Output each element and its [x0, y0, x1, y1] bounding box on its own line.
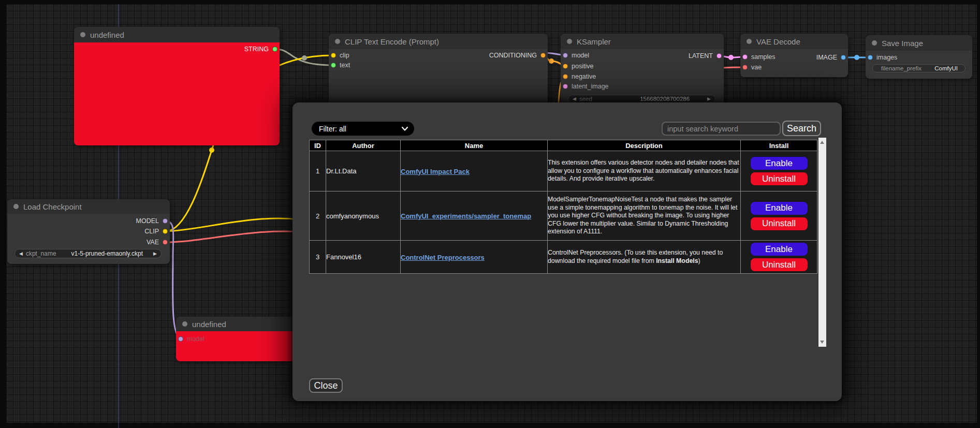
vae-output-port[interactable] — [163, 240, 168, 245]
enable-button[interactable]: Enable — [750, 156, 808, 170]
images-input-port[interactable] — [868, 55, 873, 60]
input-slot-model[interactable]: model — [563, 50, 589, 61]
widget-left-arrow-icon[interactable]: ◀ — [19, 251, 23, 256]
cell-author: Dr.Lt.Data — [326, 151, 401, 191]
image-output-port[interactable] — [841, 55, 846, 60]
node-title: VAE Decode — [756, 37, 800, 46]
collapse-dot-icon[interactable] — [13, 204, 19, 209]
extension-link[interactable]: ComfyUI Impact Pack — [401, 168, 470, 175]
collapse-dot-icon[interactable] — [182, 321, 187, 327]
col-header-author: Author — [326, 140, 401, 151]
cell-install: Enable Uninstall — [741, 241, 817, 274]
clip-output-port[interactable] — [163, 229, 168, 234]
node-title-bar[interactable]: VAE Decode — [740, 34, 848, 49]
string-output-port[interactable] — [272, 47, 277, 52]
search-input[interactable] — [662, 122, 781, 136]
widget-right-arrow-icon[interactable]: ▶ — [707, 96, 711, 101]
output-slot-image[interactable]: IMAGE — [816, 52, 846, 63]
node-title-bar[interactable]: Load Checkpoint — [7, 199, 170, 214]
uninstall-button[interactable]: Uninstall — [750, 258, 808, 272]
filter-value: Filter: all — [319, 125, 346, 133]
node-title-bar[interactable]: CLIP Text Encode (Prompt) — [329, 34, 548, 49]
input-slot-negative[interactable]: negative — [563, 71, 596, 82]
output-slot-vae[interactable]: VAE — [147, 237, 168, 247]
cell-id: 1 — [310, 151, 326, 191]
model-input-port[interactable] — [563, 53, 568, 58]
node-title-bar[interactable]: undefined — [74, 27, 280, 42]
node-undefined-top[interactable]: undefined STRING — [74, 27, 280, 145]
uninstall-button[interactable]: Uninstall — [750, 172, 808, 186]
node-vae-decode[interactable]: VAE Decode samples vae IMAGE — [740, 34, 848, 77]
collapse-dot-icon[interactable] — [872, 40, 877, 46]
input-slot-clip[interactable]: clip — [331, 50, 349, 61]
widget-left-arrow-icon[interactable]: ◀ — [573, 96, 576, 101]
table-header-row: ID Author Name Description Install — [310, 140, 817, 151]
output-slot-conditioning[interactable]: CONDITIONING — [489, 50, 546, 61]
negative-input-port[interactable] — [563, 74, 568, 79]
table-row: 1 Dr.Lt.Data ComfyUI Impact Pack This ex… — [310, 151, 817, 191]
extension-manager-dialog: Filter: all Search ID Author Name Descri… — [292, 102, 842, 401]
extension-link[interactable]: ControlNet Preprocessors — [401, 254, 485, 261]
close-button[interactable]: Close — [309, 378, 343, 393]
cell-name: ControlNet Preprocessors — [401, 241, 548, 274]
node-save-image[interactable]: Save Image images filename_prefix ComfyU… — [866, 35, 972, 79]
input-slot-images[interactable]: images — [868, 52, 897, 63]
cell-description: This extension offers various detector n… — [548, 151, 741, 191]
extension-link[interactable]: ComfyUI_experiments/sampler_tonemap — [401, 212, 531, 220]
cell-id: 2 — [310, 191, 326, 241]
node-clip-text-encode[interactable]: CLIP Text Encode (Prompt) clip text COND… — [329, 34, 548, 111]
input-slot-positive[interactable]: positive — [563, 61, 593, 71]
node-title: undefined — [90, 31, 124, 39]
input-slot-text[interactable]: text — [331, 60, 350, 70]
seed-widget[interactable]: ◀ seed 156680208700286 ▶ — [568, 95, 715, 103]
ckpt-name-widget[interactable]: ◀ ckpt_name v1-5-pruned-emaonly.ckpt ▶ — [14, 249, 162, 258]
node-ksampler[interactable]: KSampler model positive negative latent_… — [561, 34, 724, 106]
filename-prefix-widget[interactable]: filename_prefix ComfyUI — [872, 64, 966, 72]
collapse-dot-icon[interactable] — [80, 32, 85, 37]
collapse-dot-icon[interactable] — [747, 39, 752, 44]
enable-button[interactable]: Enable — [750, 242, 808, 256]
latent-output-port[interactable] — [716, 53, 722, 58]
output-slot-model[interactable]: MODEL — [136, 216, 168, 226]
input-slot-model[interactable]: model — [178, 334, 204, 344]
cell-description: ControlNet Preprocessors. (To use this e… — [548, 241, 741, 274]
cell-id: 3 — [310, 241, 326, 274]
output-slot-latent[interactable]: LATENT — [689, 51, 722, 61]
input-slot-latent-image[interactable]: latent_image — [563, 81, 609, 92]
text-input-port[interactable] — [331, 63, 336, 68]
node-load-checkpoint[interactable]: Load Checkpoint MODEL CLIP VAE ◀ ckpt_na… — [7, 199, 170, 264]
positive-input-port[interactable] — [563, 64, 568, 69]
enable-button[interactable]: Enable — [750, 201, 808, 215]
model-input-port[interactable] — [178, 336, 183, 342]
output-slot-string[interactable]: STRING — [244, 44, 277, 54]
input-slot-vae[interactable]: vae — [742, 62, 762, 72]
filter-dropdown[interactable]: Filter: all — [312, 122, 414, 136]
table-row: 3 Fannovel16 ControlNet Preprocessors Co… — [310, 241, 817, 274]
uninstall-button[interactable]: Uninstall — [750, 217, 808, 231]
output-slot-clip[interactable]: CLIP — [144, 226, 168, 237]
node-undefined-bottom[interactable]: undefined model — [176, 317, 298, 361]
conditioning-output-port[interactable] — [540, 53, 546, 58]
extension-table: ID Author Name Description Install 1 Dr.… — [309, 140, 817, 274]
samples-input-port[interactable] — [742, 54, 748, 60]
collapse-dot-icon[interactable] — [567, 39, 572, 44]
node-title-bar[interactable]: undefined — [176, 317, 298, 331]
model-output-port[interactable] — [163, 218, 168, 224]
collapse-dot-icon[interactable] — [335, 39, 340, 44]
node-title-bar[interactable]: Save Image — [866, 35, 972, 51]
search-button[interactable]: Search — [782, 121, 821, 136]
node-title-bar[interactable]: KSampler — [561, 34, 724, 49]
cell-author: Fannovel16 — [326, 241, 401, 274]
cell-name: ComfyUI Impact Pack — [401, 151, 548, 191]
latent-image-input-port[interactable] — [563, 84, 568, 89]
col-header-id: ID — [310, 140, 326, 151]
scroll-down-icon[interactable] — [820, 341, 824, 344]
scroll-up-icon[interactable] — [820, 141, 824, 144]
node-title: undefined — [192, 320, 226, 329]
table-scrollbar[interactable] — [818, 138, 826, 347]
node-title: Load Checkpoint — [23, 202, 82, 211]
input-slot-samples[interactable]: samples — [742, 52, 776, 62]
vae-input-port[interactable] — [742, 65, 748, 70]
widget-right-arrow-icon[interactable]: ▶ — [153, 251, 157, 256]
clip-input-port[interactable] — [331, 53, 336, 58]
